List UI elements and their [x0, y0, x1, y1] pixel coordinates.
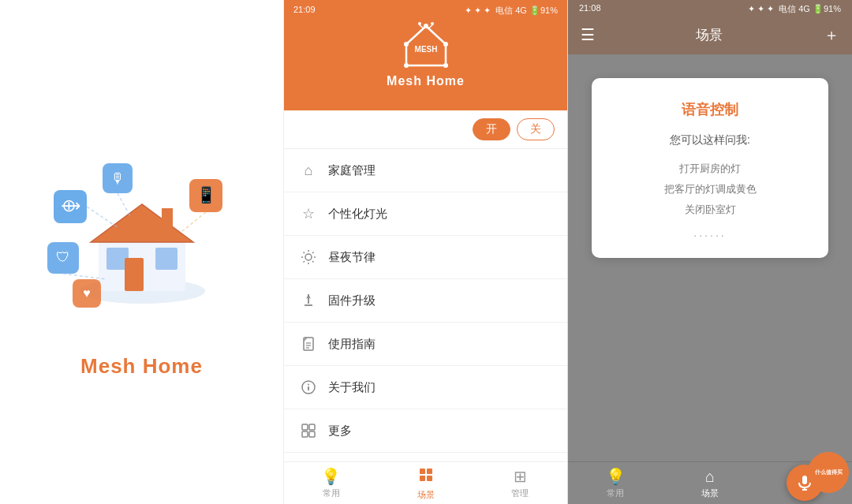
svg-point-27 [404, 63, 409, 68]
svg-rect-56 [309, 424, 315, 430]
voice-control-card: 语音控制 您可以这样问我: 打开厨房的灯 把客厅的灯调成黄色 关闭卧室灯 ...… [592, 78, 828, 258]
menu-item-guide[interactable]: 使用指南 [284, 323, 567, 366]
svg-point-31 [418, 22, 421, 25]
svg-line-33 [420, 25, 424, 28]
svg-text:📱: 📱 [196, 185, 215, 204]
svg-text:🎙: 🎙 [110, 170, 125, 186]
menu-panel: 21:09 ✦ ✦ ✦ 电信 4G 🔋91% MESH Mesh Home [284, 0, 568, 504]
svg-rect-4 [125, 258, 144, 291]
svg-line-43 [304, 261, 305, 263]
scene-status-bar: 21:08 ✦ ✦ ✦ 电信 4G 🔋91% [568, 0, 852, 15]
svg-line-34 [428, 25, 432, 28]
scene-content: 语音控制 您可以这样问我: 打开厨房的灯 把客厅的灯调成黄色 关闭卧室灯 ...… [568, 54, 852, 461]
menu-status-bar: 21:09 ✦ ✦ ✦ 电信 4G 🔋91% [284, 5, 567, 17]
menu-item-day-night[interactable]: 昼夜节律 [284, 236, 567, 279]
svg-line-41 [312, 261, 314, 263]
light-custom-icon: ☆ [300, 205, 317, 222]
svg-line-19 [118, 193, 130, 216]
menu-logo-title: Mesh Home [387, 74, 465, 88]
menu-bottom-tabs: 💡 常用 场景 ⊞ 管理 [284, 461, 567, 504]
scene-add-icon[interactable]: ＋ [824, 24, 839, 46]
svg-line-30 [406, 26, 426, 44]
day-night-label: 昼夜节律 [328, 250, 376, 265]
home-mgmt-label: 家庭管理 [328, 163, 376, 178]
svg-point-54 [308, 384, 309, 386]
menu-item-light-custom[interactable]: ☆ 个性化灯光 [284, 192, 567, 236]
scene-common-tab-icon: 💡 [606, 467, 626, 486]
svg-rect-60 [427, 469, 432, 474]
scene-time: 21:08 [579, 3, 601, 15]
svg-rect-61 [420, 476, 425, 481]
svg-rect-57 [302, 431, 308, 437]
light-custom-label: 个性化灯光 [328, 207, 387, 222]
common-tab-icon: 💡 [321, 467, 341, 486]
voice-card-title: 语音控制 [615, 100, 805, 119]
menu-item-home-mgmt[interactable]: ⌂ 家庭管理 [284, 149, 567, 192]
svg-rect-58 [309, 431, 315, 437]
svg-text:⟴: ⟴ [60, 196, 80, 215]
scene-tab-icon [417, 466, 435, 487]
svg-line-40 [304, 252, 305, 254]
watermark: 什么值得买 [805, 449, 852, 496]
voice-example-2: 把客厅的灯调成黄色 [615, 179, 805, 200]
scene-header: ☰ 场景 ＋ [568, 15, 852, 54]
home-mgmt-icon: ⌂ [300, 162, 317, 179]
about-icon [300, 379, 317, 396]
svg-rect-62 [427, 476, 432, 481]
svg-rect-7 [162, 208, 173, 227]
splash-panel: ⟴ 🎙 📱 🛡 ♥ Mesh Home [0, 0, 284, 504]
svg-line-20 [181, 212, 206, 232]
svg-point-35 [305, 254, 312, 260]
scene-tab-label: 场景 [417, 489, 435, 501]
guide-label: 使用指南 [328, 337, 376, 352]
svg-marker-5 [91, 204, 193, 242]
scene-status-icons: ✦ ✦ ✦ 电信 4G 🔋91% [748, 3, 841, 15]
watermark-text: 什么值得买 [815, 469, 843, 476]
splash-title: Mesh Home [80, 354, 203, 379]
voice-example-1: 打开厨房的灯 [615, 159, 805, 179]
common-tab-label: 常用 [323, 487, 340, 499]
menu-item-about[interactable]: 关于我们 [284, 366, 567, 409]
menu-toggle-controls: 开 关 [284, 110, 567, 149]
menu-item-more[interactable]: 更多 [284, 409, 567, 453]
menu-list: ⌂ 家庭管理 ☆ 个性化灯光 昼夜节律 [284, 149, 567, 461]
manage-tab-icon: ⊞ [514, 467, 527, 486]
svg-rect-59 [420, 469, 425, 474]
svg-line-29 [426, 26, 446, 44]
menu-header: 21:09 ✦ ✦ ✦ 电信 4G 🔋91% MESH Mesh Home [284, 0, 567, 110]
menu-tab-manage[interactable]: ⊞ 管理 [473, 462, 567, 504]
menu-tab-common[interactable]: 💡 常用 [284, 462, 379, 504]
scene-home-tab-label: 场景 [701, 487, 719, 499]
scene-tab-common[interactable]: 💡 常用 [568, 462, 663, 504]
svg-line-42 [312, 252, 314, 254]
toggle-on-button[interactable]: 开 [473, 118, 510, 140]
scene-common-tab-label: 常用 [607, 487, 624, 499]
voice-card-subtitle: 您可以这样问我: [615, 133, 805, 147]
menu-time: 21:09 [293, 5, 316, 17]
svg-point-32 [431, 22, 434, 25]
scene-home-tab-icon: ⌂ [705, 468, 715, 486]
manage-tab-label: 管理 [511, 487, 529, 499]
svg-text:🛡: 🛡 [56, 249, 70, 265]
svg-text:♥: ♥ [83, 286, 91, 300]
voice-card-dots: ...... [615, 226, 805, 239]
svg-rect-55 [302, 424, 308, 430]
scene-header-title: 场景 [696, 26, 723, 44]
menu-item-firmware[interactable]: 固件升级 [284, 279, 567, 323]
splash-illustration: ⟴ 🎙 📱 🛡 ♥ [39, 125, 245, 330]
toggle-off-button[interactable]: 关 [517, 118, 555, 140]
watermark-badge: 什么值得买 [808, 452, 849, 493]
firmware-label: 固件升级 [328, 293, 376, 308]
svg-rect-3 [155, 248, 178, 270]
menu-tab-scene[interactable]: 场景 [379, 462, 473, 504]
guide-icon [300, 335, 317, 353]
menu-status-icons: ✦ ✦ ✦ 电信 4G 🔋91% [465, 5, 558, 17]
menu-hamburger-icon[interactable]: ☰ [581, 25, 595, 44]
scene-panel: 21:08 ✦ ✦ ✦ 电信 4G 🔋91% ☰ 场景 ＋ 语音控制 您可以这样… [568, 0, 852, 504]
scene-tab-home[interactable]: ⌂ 场景 [663, 462, 757, 504]
svg-point-26 [443, 63, 448, 68]
more-label: 更多 [328, 424, 352, 439]
firmware-icon [300, 292, 317, 309]
svg-text:MESH: MESH [414, 45, 437, 54]
day-night-icon [300, 248, 317, 266]
